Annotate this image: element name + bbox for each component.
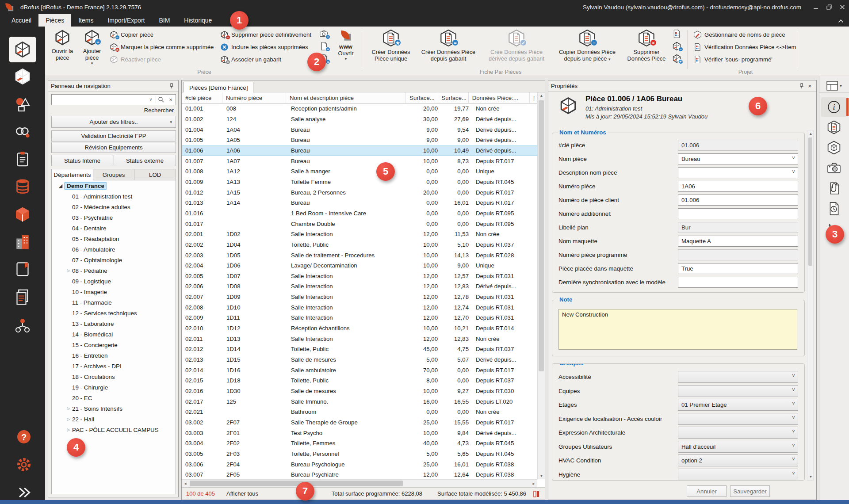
- search-dropdown-icon[interactable]: ˅: [146, 97, 156, 102]
- copy-room-data-button[interactable]: − Copier Données Pièce depuis une pièce …: [554, 28, 621, 69]
- show-all-link[interactable]: Afficher tous: [226, 490, 258, 497]
- mark-room-deleted-button[interactable]: × Marquer la pièce comme supprimée: [110, 42, 214, 52]
- settings-button[interactable]: [12, 453, 33, 473]
- add-room-button[interactable]: + Ajouter pièce▾: [78, 28, 106, 69]
- tool-attachments-button[interactable]: [821, 179, 847, 198]
- expander-icon[interactable]: ▷: [65, 406, 72, 411]
- horizontal-scroll-thumb[interactable]: [190, 481, 403, 486]
- room-data-undo-button[interactable]: ↶: [672, 53, 681, 64]
- property-input-derni-re-synchronisation-avec-le-mod-le[interactable]: [678, 277, 798, 288]
- verify-room-data-item-button[interactable]: Vérification Données Pièce <->Item: [693, 42, 796, 52]
- module-data-icon[interactable]: [12, 176, 33, 196]
- close-button[interactable]: [836, 1, 849, 13]
- tree-item[interactable]: 15 - Conciergerie: [52, 340, 176, 350]
- property-input-num-ro-additionnel-[interactable]: [678, 208, 798, 219]
- property-input-nom-pi-ce[interactable]: Bureau: [678, 153, 798, 164]
- module-documents-icon[interactable]: [12, 149, 33, 169]
- surface-chart-icon[interactable]: [532, 489, 541, 498]
- room-data-sync-button[interactable]: −: [672, 41, 681, 51]
- status-externe-button[interactable]: Status externe: [114, 155, 176, 166]
- table-row[interactable]: 02.0011D02Salle Interaction12,0011,53Non…: [182, 229, 537, 240]
- maximize-button[interactable]: [822, 1, 836, 13]
- table-row[interactable]: 01.0071A07Bureau10,008,73Depuis RT.017: [182, 156, 537, 166]
- scroll-down-icon[interactable]: ▼: [538, 473, 545, 479]
- tree-item[interactable]: 05 - Réadaptation: [52, 233, 176, 244]
- column-header[interactable]: Nom et description pièce: [286, 92, 406, 103]
- group-dropdown-hygi-ne[interactable]: [678, 469, 798, 481]
- table-row[interactable]: 01.0041A04Bureau9,009,54Dérivé depuis...: [182, 124, 537, 135]
- table-row[interactable]: 02.0151D18Toilette, Public8,000,00Depuis…: [182, 375, 537, 386]
- table-row[interactable]: 01.0061A06Bureau10,0010,49Dérivé depuis.…: [182, 145, 537, 156]
- table-row[interactable]: 01.0131A14Bureau0,0016,01Depuis RT.017: [182, 198, 537, 208]
- menu-tab-accueil[interactable]: Accueil: [4, 14, 38, 27]
- property-input-num-ro-pi-ce[interactable]: 1A06: [678, 181, 798, 192]
- close-icon[interactable]: ×: [806, 82, 814, 90]
- validation-electricite-button[interactable]: Validation Electricité FPP: [51, 130, 176, 141]
- create-room-data-unique-button[interactable]: ★ Créer Données Pièce unique: [367, 28, 415, 69]
- panel-layout-button[interactable]: ▾: [819, 79, 849, 93]
- tree-item[interactable]: 02 - Médecine adultes: [52, 202, 176, 212]
- column-header[interactable]: Surface...: [438, 92, 469, 103]
- group-dropdown-hvac-condition[interactable]: option 2: [678, 454, 798, 466]
- module-org-icon[interactable]: [12, 315, 33, 336]
- tree-item[interactable]: 14 - Biomédical: [52, 329, 176, 340]
- create-room-data-from-template-button[interactable]: = Créer Données Pièce depuis gabarit: [417, 28, 479, 69]
- module-rooms-icon[interactable]: [9, 37, 36, 62]
- note-textarea[interactable]: New Construction: [558, 309, 797, 350]
- tree-item[interactable]: ▷08 - Pédiatrie: [52, 265, 176, 276]
- table-row[interactable]: 02.0051D07Salle Interaction12,0012,57Dep…: [182, 271, 537, 282]
- menu-tab-import-export[interactable]: Import/Export: [100, 14, 152, 27]
- camera-add-button[interactable]: +: [319, 28, 329, 39]
- menu-tab-historique[interactable]: Historique: [177, 14, 219, 27]
- group-dropdown-equipes[interactable]: [678, 385, 798, 397]
- table-row[interactable]: 02.0161D30Salle de mesures10,009,27Depui…: [182, 386, 537, 397]
- tree-item[interactable]: 06 - Ambulatoire: [52, 244, 176, 255]
- table-row[interactable]: 02.017125Salle Immuno.16,0016,55Depuis L…: [182, 396, 537, 407]
- create-room-data-derived-button[interactable]: ✓ Crée Données Pièce dérivée depuis gaba…: [483, 28, 550, 69]
- table-row[interactable]: 03.0042F02Toilette, Femmes40,004,73Depui…: [182, 438, 537, 449]
- tree-item[interactable]: 11 - Pharmacie: [52, 297, 176, 308]
- tree-item[interactable]: 19 - Chirurgie: [52, 382, 176, 393]
- table-row[interactable]: 01.0081A12Salle à manger0,000,00Unique: [182, 166, 537, 177]
- property-input-description-nom-pi-ce[interactable]: [678, 167, 798, 178]
- menu-tab-bim[interactable]: BIM: [152, 14, 177, 27]
- scroll-down-icon[interactable]: ▼: [807, 473, 814, 480]
- tree-root-demo-france[interactable]: ◢ Demo France: [52, 180, 176, 191]
- table-row[interactable]: 02.0021D04Toilette, Public10,005,10Depui…: [182, 240, 537, 250]
- tree-item[interactable]: 01 - Administration test: [52, 191, 176, 202]
- vertical-scroll-thumb[interactable]: [539, 100, 544, 371]
- rooms-table-tab[interactable]: Pièces [Demo France]: [184, 82, 253, 93]
- expander-icon[interactable]: ◢: [57, 183, 64, 188]
- table-row[interactable]: 03.0062F04Bureau Psychologue25,0016,01De…: [182, 459, 537, 470]
- table-row[interactable]: 01.0161 Bed Room - Intensive Care0,000,0…: [182, 208, 537, 219]
- scroll-up-icon[interactable]: ▲: [807, 130, 814, 137]
- search-link[interactable]: Rechercher: [144, 107, 174, 114]
- attachment-add-button[interactable]: +: [319, 41, 329, 51]
- expander-icon[interactable]: ▷: [65, 428, 72, 432]
- tree-item[interactable]: 03 - Psychiatrie: [52, 212, 176, 223]
- table-row[interactable]: 02.0081D10Salle Interaction12,0012,74Dep…: [182, 302, 537, 313]
- revision-equipements-button[interactable]: Révision Equipements: [51, 142, 176, 153]
- tool-log-button[interactable]: [821, 199, 847, 218]
- table-row[interactable]: 02.0071D09Salle Interaction12,0012,78Dep…: [182, 292, 537, 302]
- search-icon[interactable]: [156, 96, 166, 103]
- table-row[interactable]: 02.021Bathroom0,000,00Non crée: [182, 407, 537, 417]
- table-row[interactable]: 01.001008Reception patients/admin20,0019…: [182, 103, 537, 114]
- group-dropdown-exigence-de-localisation-acc-s-couloir[interactable]: [678, 413, 798, 425]
- include-deleted-rooms-button[interactable]: Inclure les pièces supprimées: [220, 42, 308, 52]
- table-row[interactable]: 03.0052F03Toilette, Personnel5,005,65Dep…: [182, 449, 537, 459]
- module-reports-icon[interactable]: [12, 287, 33, 307]
- expander-icon[interactable]: ▷: [65, 417, 72, 421]
- table-row[interactable]: 02.0041D06Lavage/ Decontamination10,009,…: [182, 260, 537, 271]
- open-room-button[interactable]: Ouvrir la pièce: [49, 28, 76, 69]
- table-row[interactable]: 02.0121D14Toilette, Public45,004,75Depui…: [182, 344, 537, 355]
- table-row[interactable]: 02.0101D12Réception échantillons10,0010,…: [182, 323, 537, 334]
- property-input-nom-maquette[interactable]: Maquette A: [678, 236, 798, 247]
- status-interne-button[interactable]: Status Interne: [51, 155, 113, 166]
- tree-item[interactable]: 20 - EC: [52, 393, 176, 403]
- module-products-icon[interactable]: [12, 204, 33, 225]
- open-www-button[interactable]: www Ouvrir▾: [333, 28, 358, 69]
- minimize-button[interactable]: [809, 1, 822, 13]
- table-row[interactable]: 01.0121A15Bureau, 2 Personnes20,000,00De…: [182, 187, 537, 198]
- menu-tab-pi-ces[interactable]: Pièces: [38, 14, 71, 27]
